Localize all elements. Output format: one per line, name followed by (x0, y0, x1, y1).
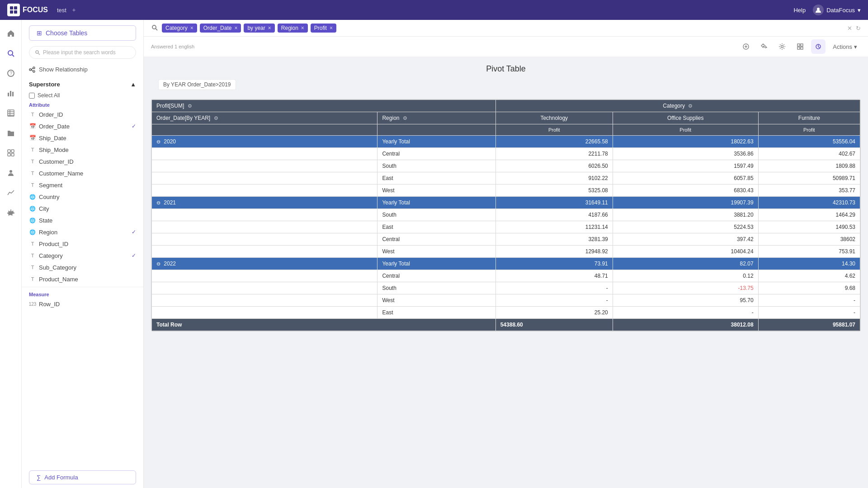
office-central-2022: 0.12 (613, 270, 758, 282)
office-west-2021: 10404.24 (613, 246, 758, 258)
pivot-header-row-3: Profit Profit Profit (152, 124, 860, 136)
region-west-2022: West (377, 294, 495, 307)
actions-button[interactable]: Actions ▾ (829, 42, 861, 52)
total-tech: 54388.60 (495, 319, 613, 331)
topnav-right: Help DataFocus ▾ (793, 5, 861, 15)
field-sub-category[interactable]: T Sub_Category (22, 261, 143, 273)
field-customer-name[interactable]: T Customer_Name (22, 167, 143, 179)
field-ship-date[interactable]: 📅 Ship_Date (22, 132, 143, 144)
header-technology: Technology (495, 112, 613, 124)
tag-profit-remove[interactable]: × (330, 25, 333, 31)
sidebar-icons: ? (0, 20, 22, 488)
region-east-2022: East (377, 307, 495, 319)
sidebar-icon-folder[interactable] (3, 125, 19, 141)
sidebar-icon-question[interactable]: ? (3, 65, 19, 81)
office-east-2021: 5224.53 (613, 221, 758, 233)
tech-west-2020: 5325.08 (495, 185, 613, 197)
header-profit-gear[interactable]: ⚙ (188, 103, 192, 109)
collapse-2020[interactable]: ⊖ (156, 139, 160, 144)
tag-profit: Profit × (311, 24, 336, 33)
office-south-2021: 3881.20 (613, 209, 758, 221)
select-all-checkbox[interactable] (29, 93, 35, 99)
furniture-west-2022: - (758, 294, 860, 307)
svg-rect-35 (797, 44, 800, 46)
tag-category-remove[interactable]: × (190, 25, 193, 31)
empty-cell (152, 307, 377, 319)
field-segment[interactable]: T Segment (22, 179, 143, 191)
toolbar-right: Actions ▾ (739, 39, 861, 54)
toolbar-pin-icon[interactable] (757, 39, 771, 54)
toolbar-grid-icon[interactable] (793, 39, 807, 54)
svg-rect-1 (14, 6, 17, 9)
table-row: South 6026.50 1597.49 1809.88 (152, 160, 860, 172)
svg-rect-18 (11, 150, 14, 152)
header-category-gear[interactable]: ⚙ (688, 103, 693, 109)
tech-east-2021: 11231.14 (495, 221, 613, 233)
field-category[interactable]: T Category ✓ (22, 250, 143, 261)
filter-badge: By YEAR Order_Date>2019 (158, 79, 236, 90)
field-icon-t9: T (29, 275, 36, 283)
select-all-row: Select All (22, 90, 143, 100)
field-product-name[interactable]: T Product_Name (22, 273, 143, 285)
sidebar-icon-analytics[interactable] (3, 185, 19, 201)
sidebar-icon-settings[interactable] (3, 204, 19, 221)
show-relationship-toggle[interactable]: Show Relationship (29, 64, 136, 75)
tag-by-year-remove[interactable]: × (268, 25, 271, 31)
field-order-id[interactable]: T Order_ID (22, 109, 143, 120)
field-state[interactable]: 🌐 State (22, 214, 143, 226)
field-order-date[interactable]: 📅 Order_Date ✓ (22, 120, 143, 132)
sidebar-icon-person[interactable] (3, 165, 19, 181)
field-city[interactable]: 🌐 City (22, 203, 143, 214)
collapse-2021[interactable]: ⊖ (156, 200, 160, 205)
sidebar-icon-table[interactable] (3, 105, 19, 121)
tab-test[interactable]: test ＋ (53, 3, 83, 17)
office-west-2022: 95.70 (613, 294, 758, 307)
region-west-2020: West (377, 185, 495, 197)
sidebar-icon-home[interactable] (3, 25, 19, 42)
tag-region-remove[interactable]: × (301, 25, 304, 31)
toolbar-settings-icon[interactable] (775, 39, 789, 54)
add-formula-button[interactable]: ∑ Add Formula (29, 470, 136, 484)
header-region-gear[interactable]: ⚙ (403, 115, 407, 121)
field-check-category: ✓ (132, 252, 136, 259)
svg-rect-17 (8, 150, 10, 152)
furniture-south-2022: 9.68 (758, 282, 860, 294)
field-search-box[interactable]: Please input the search words (29, 46, 136, 59)
tag-order-date-remove[interactable]: × (234, 25, 237, 31)
toolbar-comment-icon[interactable] (739, 39, 753, 54)
office-west-2020: 6830.43 (613, 185, 758, 197)
empty-cell (152, 221, 377, 233)
field-icon-t6: T (29, 240, 36, 247)
field-icon-date: 📅 (29, 123, 36, 130)
field-region[interactable]: 🌐 Region ✓ (22, 226, 143, 238)
toolbar-pivot-icon[interactable] (811, 39, 826, 54)
tab-add-icon[interactable]: ＋ (69, 5, 79, 15)
choose-tables-button[interactable]: ⊞ Choose Tables (29, 25, 136, 41)
field-country[interactable]: 🌐 Country (22, 191, 143, 203)
user-menu[interactable]: DataFocus ▾ (813, 5, 861, 15)
total-office: 38012.08 (613, 319, 758, 331)
field-product-id[interactable]: T Product_ID (22, 238, 143, 250)
field-customer-id[interactable]: T Customer_ID (22, 156, 143, 167)
empty-cell (152, 294, 377, 307)
search-button[interactable] (151, 24, 158, 33)
field-row-id[interactable]: 123 Row_ID (22, 298, 143, 310)
collapse-2022[interactable]: ⊖ (156, 261, 160, 266)
field-ship-mode[interactable]: T Ship_Mode (22, 144, 143, 156)
refresh-search-icon[interactable]: ↻ (856, 25, 861, 32)
sidebar-icon-chart[interactable] (3, 85, 19, 101)
sidebar-icon-search[interactable] (3, 45, 19, 62)
sidebar-icon-dashboard[interactable] (3, 145, 19, 161)
chart-title: Pivot Table (144, 64, 868, 74)
header-profit-tech: Profit (495, 124, 613, 136)
collapse-icon[interactable]: ▲ (130, 81, 136, 88)
table-row: West 5325.08 6830.43 353.77 (152, 185, 860, 197)
header-order-date-gear[interactable]: ⚙ (214, 115, 218, 121)
help-link[interactable]: Help (793, 7, 806, 14)
field-icon-t8: T (29, 264, 36, 271)
office-south-2020: 1597.49 (613, 160, 758, 172)
yearly-total-label-2021: Yearly Total (377, 197, 495, 209)
clear-search-icon[interactable]: ✕ (847, 25, 852, 32)
furniture-central-2021: 38602 (758, 233, 860, 246)
svg-point-25 (33, 67, 35, 69)
